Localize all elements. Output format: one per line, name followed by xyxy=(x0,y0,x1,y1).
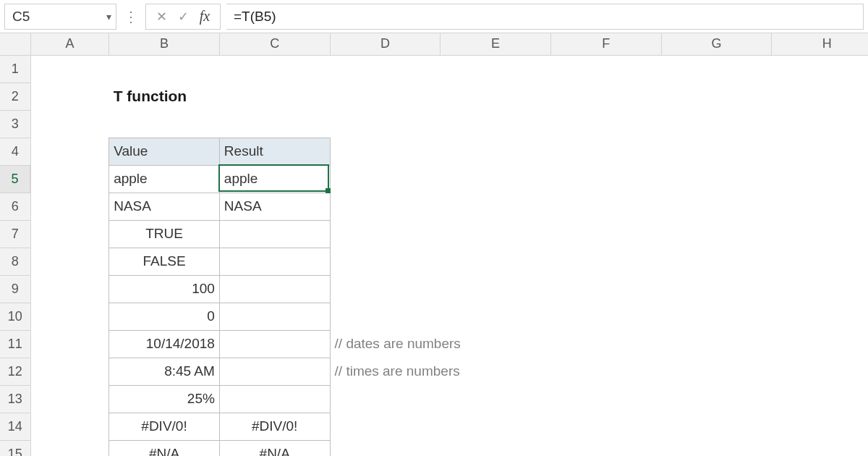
cancel-icon[interactable]: ✕ xyxy=(152,7,171,26)
spreadsheet-grid[interactable]: A B C D E F G H 1 2 T function 3 xyxy=(0,33,868,456)
cell-B6[interactable]: NASA xyxy=(109,193,220,220)
col-header-H[interactable]: H xyxy=(772,33,868,55)
cell-C14[interactable]: #DIV/0! xyxy=(219,413,330,440)
row-header-4[interactable]: 4 xyxy=(0,138,30,165)
formula-text: =T(B5) xyxy=(234,9,276,25)
cell-C10[interactable] xyxy=(219,303,330,330)
cell-C7[interactable] xyxy=(219,220,330,248)
cell-B7[interactable]: TRUE xyxy=(109,220,220,248)
row-header-6[interactable]: 6 xyxy=(0,193,30,220)
row-header-12[interactable]: 12 xyxy=(0,358,30,385)
formula-controls: ✕ ✓ fx xyxy=(145,4,221,30)
col-header-C[interactable]: C xyxy=(219,33,330,55)
row-15: 15 #N/A #N/A xyxy=(0,440,868,456)
row-header-14[interactable]: 14 xyxy=(0,413,30,440)
chevron-down-icon[interactable]: ▾ xyxy=(106,11,111,22)
row-10: 10 0 xyxy=(0,303,868,330)
cell-C5[interactable]: apple xyxy=(219,165,330,193)
row-header-11[interactable]: 11 xyxy=(0,330,30,358)
cell-C15[interactable]: #N/A xyxy=(219,440,330,456)
row-7: 7 TRUE xyxy=(0,220,868,248)
cell-B8[interactable]: FALSE xyxy=(109,248,220,275)
row-header-9[interactable]: 9 xyxy=(0,275,30,303)
row-header-15[interactable]: 15 xyxy=(0,440,30,456)
cell-B14[interactable]: #DIV/0! xyxy=(109,413,220,440)
row-4: 4 Value Result xyxy=(0,138,868,165)
row-header-2[interactable]: 2 xyxy=(0,83,30,110)
table-header-result[interactable]: Result xyxy=(219,138,330,165)
row-14: 14 #DIV/0! #DIV/0! xyxy=(0,413,868,440)
col-header-B[interactable]: B xyxy=(109,33,220,55)
fx-icon[interactable]: fx xyxy=(195,7,214,26)
page-title: T function xyxy=(109,83,330,110)
cell-B10[interactable]: 0 xyxy=(109,303,220,330)
row-header-8[interactable]: 8 xyxy=(0,248,30,275)
col-header-A[interactable]: A xyxy=(30,33,109,55)
enter-icon[interactable]: ✓ xyxy=(174,7,192,26)
row-header-13[interactable]: 13 xyxy=(0,385,30,413)
cell-C6[interactable]: NASA xyxy=(219,193,330,220)
cell-B9[interactable]: 100 xyxy=(109,275,220,303)
col-header-D[interactable]: D xyxy=(330,33,441,55)
row-13: 13 25% xyxy=(0,385,868,413)
cell-C11[interactable] xyxy=(219,330,330,358)
cell-B5[interactable]: apple xyxy=(109,165,220,193)
name-box[interactable]: C5 ▾ xyxy=(4,4,116,30)
cell-C13[interactable] xyxy=(219,385,330,413)
row-2: 2 T function xyxy=(0,83,868,110)
cell-C9[interactable] xyxy=(219,275,330,303)
row-5: 5 apple apple xyxy=(0,165,868,193)
col-header-E[interactable]: E xyxy=(441,33,551,55)
table-header-value[interactable]: Value xyxy=(109,138,220,165)
separator-dots-icon: ⋮ xyxy=(122,8,140,25)
row-header-1[interactable]: 1 xyxy=(0,55,30,83)
row-6: 6 NASA NASA xyxy=(0,193,868,220)
row-12: 12 8:45 AM // times are numbers xyxy=(0,358,868,385)
row-3: 3 xyxy=(0,110,868,138)
col-header-G[interactable]: G xyxy=(661,33,772,55)
sheet-table: A B C D E F G H 1 2 T function 3 xyxy=(0,33,868,456)
select-all-corner[interactable] xyxy=(0,33,30,55)
row-11: 11 10/14/2018 // dates are numbers xyxy=(0,330,868,358)
row-header-5[interactable]: 5 xyxy=(0,165,30,193)
row-1: 1 xyxy=(0,55,868,83)
row-9: 9 100 xyxy=(0,275,868,303)
col-header-F[interactable]: F xyxy=(550,33,661,55)
note-dates: // dates are numbers xyxy=(330,330,661,358)
formula-input[interactable]: =T(B5) xyxy=(226,4,864,30)
row-header-3[interactable]: 3 xyxy=(0,110,30,138)
row-8: 8 FALSE xyxy=(0,248,868,275)
cell-C12[interactable] xyxy=(219,358,330,385)
cell-B15[interactable]: #N/A xyxy=(109,440,220,456)
cell-B13[interactable]: 25% xyxy=(109,385,220,413)
note-times: // times are numbers xyxy=(330,358,661,385)
column-headers-row: A B C D E F G H xyxy=(0,33,868,55)
name-box-value: C5 xyxy=(12,9,30,25)
cell-B11[interactable]: 10/14/2018 xyxy=(109,330,220,358)
formula-bar: C5 ▾ ⋮ ✕ ✓ fx =T(B5) xyxy=(0,0,868,33)
row-header-7[interactable]: 7 xyxy=(0,220,30,248)
row-header-10[interactable]: 10 xyxy=(0,303,30,330)
cell-C8[interactable] xyxy=(219,248,330,275)
cell-B12[interactable]: 8:45 AM xyxy=(109,358,220,385)
